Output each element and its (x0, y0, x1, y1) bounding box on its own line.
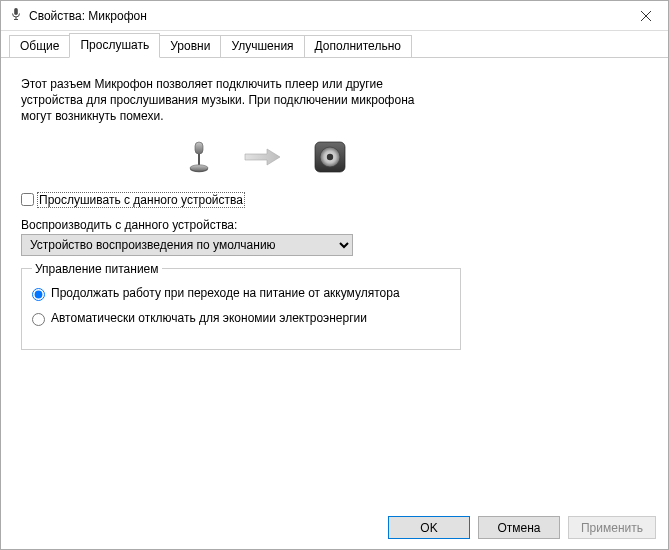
listen-checkbox-label[interactable]: Прослушивать с данного устройства (37, 192, 245, 208)
radio-continue-label[interactable]: Продолжать работу при переходе на питани… (51, 286, 400, 302)
listen-checkbox-row: Прослушивать с данного устройства (21, 192, 648, 208)
tab-content: Этот разъем Микрофон позволяет подключит… (1, 58, 668, 506)
window-title: Свойства: Микрофон (29, 9, 623, 23)
arrow-right-icon (243, 146, 283, 171)
ok-button[interactable]: OK (388, 516, 470, 539)
speaker-icon (313, 140, 347, 177)
radio-auto-disable[interactable] (32, 313, 45, 326)
tab-advanced[interactable]: Дополнительно (304, 35, 412, 58)
radio-auto-disable-label[interactable]: Автоматически отключать для экономии эле… (51, 311, 367, 327)
apply-button[interactable]: Применить (568, 516, 656, 539)
cancel-button[interactable]: Отмена (478, 516, 560, 539)
microphone-icon (9, 7, 23, 24)
titlebar: Свойства: Микрофон (1, 1, 668, 31)
svg-point-11 (327, 153, 333, 159)
listen-checkbox[interactable] (21, 193, 34, 206)
properties-window: Свойства: Микрофон Общие Прослушать Уров… (0, 0, 669, 550)
playback-device-select[interactable]: Устройство воспроизведения по умолчанию (21, 234, 353, 256)
svg-rect-0 (14, 8, 18, 15)
tab-general[interactable]: Общие (9, 35, 70, 58)
description-text: Этот разъем Микрофон позволяет подключит… (21, 76, 431, 125)
close-button[interactable] (623, 1, 668, 30)
tab-bar: Общие Прослушать Уровни Улучшения Дополн… (1, 31, 668, 58)
tab-levels[interactable]: Уровни (159, 35, 221, 58)
radio-continue-on-battery[interactable] (32, 288, 45, 301)
illustration (61, 139, 471, 178)
playback-device-label: Воспроизводить с данного устройства: (21, 218, 648, 232)
svg-rect-5 (195, 142, 203, 154)
power-management-group: Управление питанием Продолжать работу пр… (21, 262, 461, 350)
tab-enhancements[interactable]: Улучшения (220, 35, 304, 58)
close-icon (641, 11, 651, 21)
mic-stand-icon (185, 139, 213, 178)
button-bar: OK Отмена Применить (1, 506, 668, 549)
radio-row-auto-off: Автоматически отключать для экономии эле… (32, 311, 450, 327)
svg-point-8 (190, 164, 208, 170)
radio-row-continue: Продолжать работу при переходе на питани… (32, 286, 450, 302)
tab-listen[interactable]: Прослушать (69, 33, 160, 58)
power-management-legend: Управление питанием (32, 262, 162, 276)
